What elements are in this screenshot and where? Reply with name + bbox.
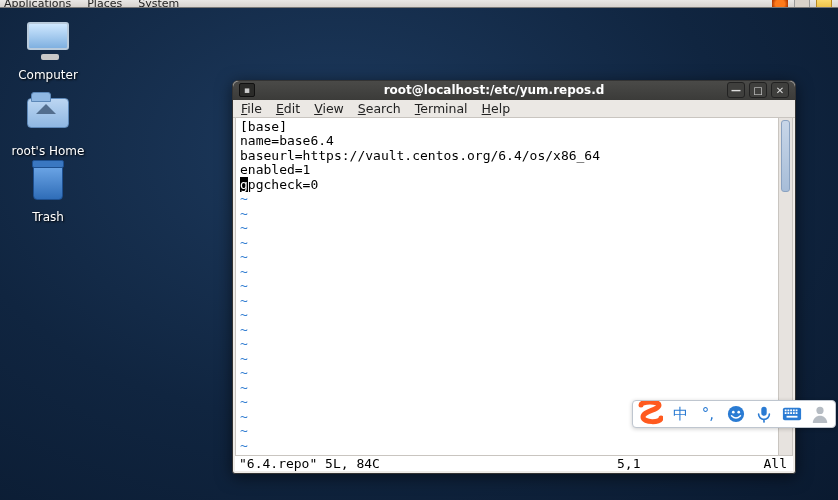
menu-file[interactable]: File: [241, 101, 262, 116]
svg-rect-8: [793, 409, 795, 411]
vim-tilde: ~: [240, 235, 248, 250]
svg-rect-15: [787, 416, 798, 418]
ime-emoji-button[interactable]: [725, 403, 747, 425]
desktop-icon-label: Computer: [8, 68, 88, 82]
svg-rect-9: [796, 409, 798, 411]
svg-rect-3: [761, 407, 766, 416]
ime-keyboard-button[interactable]: [781, 403, 803, 425]
menu-terminal[interactable]: Terminal: [415, 101, 468, 116]
home-folder-icon: [24, 98, 72, 140]
vim-statusbar: "6.4.repo" 5L, 84C 5,1 All: [235, 456, 793, 471]
vim-tilde: ~: [240, 322, 248, 337]
vim-tilde: ~: [240, 380, 248, 395]
vim-tilde: ~: [240, 206, 248, 221]
vim-tilde: ~: [240, 394, 248, 409]
ime-punctuation-button[interactable]: °,: [697, 403, 719, 425]
svg-rect-14: [796, 412, 798, 414]
ime-mic-button[interactable]: [753, 403, 775, 425]
svg-rect-5: [785, 409, 787, 411]
svg-rect-11: [787, 412, 789, 414]
vim-tilde: ~: [240, 409, 248, 424]
file-line-1: [base]: [240, 119, 287, 134]
vim-tilde: ~: [240, 336, 248, 351]
vim-tilde: ~: [240, 307, 248, 322]
file-line-3: baseurl=https://vault.centos.org/6.4/os/…: [240, 148, 600, 163]
svg-rect-12: [790, 412, 792, 414]
svg-rect-13: [793, 412, 795, 414]
desktop-icon-trash[interactable]: Trash: [8, 162, 88, 224]
svg-rect-10: [785, 412, 787, 414]
menu-view[interactable]: View: [314, 101, 344, 116]
vim-tilde: ~: [240, 264, 248, 279]
svg-point-16: [816, 407, 823, 414]
computer-icon: [24, 22, 72, 64]
menu-edit[interactable]: Edit: [276, 101, 300, 116]
tray-app-icon[interactable]: [794, 0, 810, 8]
file-line-4: enabled=1: [240, 162, 310, 177]
menu-search[interactable]: Search: [358, 101, 401, 116]
window-title: root@localhost:/etc/yum.repos.d: [261, 83, 727, 97]
ime-language-button[interactable]: 中: [669, 403, 691, 425]
panel-tray: [772, 0, 838, 8]
close-button[interactable]: ✕: [771, 82, 789, 98]
ime-toolbar[interactable]: 中 °,: [632, 400, 836, 428]
desktop-icon-label: Trash: [8, 210, 88, 224]
maximize-button[interactable]: □: [749, 82, 767, 98]
panel-menu-places[interactable]: Places: [87, 0, 122, 8]
status-file: "6.4.repo" 5L, 84C: [239, 456, 617, 471]
status-position: 5,1: [617, 456, 737, 471]
terminal-menubar: File Edit View Search Terminal Help: [233, 100, 795, 118]
top-panel: Applications Places System: [0, 0, 838, 8]
menu-help[interactable]: Help: [482, 101, 511, 116]
vim-tilde: ~: [240, 365, 248, 380]
vim-tilde: ~: [240, 293, 248, 308]
svg-rect-7: [790, 409, 792, 411]
scrollbar-thumb[interactable]: [781, 120, 790, 192]
desktop-icon-computer[interactable]: Computer: [8, 22, 88, 82]
vim-tilde: ~: [240, 351, 248, 366]
vim-tilde: ~: [240, 423, 248, 438]
terminal-icon: ▪: [239, 83, 255, 97]
vim-cursor: g: [240, 177, 248, 192]
window-titlebar[interactable]: ▪ root@localhost:/etc/yum.repos.d — □ ✕: [233, 81, 795, 100]
file-line-2: name=base6.4: [240, 133, 334, 148]
svg-point-0: [728, 406, 744, 422]
sogou-icon[interactable]: [637, 401, 663, 427]
firefox-icon[interactable]: [772, 0, 788, 8]
status-all: All: [737, 456, 787, 471]
trash-icon: [24, 164, 72, 206]
panel-menu-system[interactable]: System: [138, 0, 179, 8]
svg-rect-6: [787, 409, 789, 411]
desktop-icon-home[interactable]: root's Home: [8, 92, 88, 158]
vim-tilde: ~: [240, 278, 248, 293]
desktop-icon-label: root's Home: [8, 144, 88, 158]
minimize-button[interactable]: —: [727, 82, 745, 98]
tray-folder-icon[interactable]: [816, 0, 832, 8]
svg-point-2: [737, 411, 740, 414]
vim-tilde: ~: [240, 438, 248, 453]
vim-tilde: ~: [240, 249, 248, 264]
panel-menu-applications[interactable]: Applications: [4, 0, 71, 8]
svg-point-1: [732, 411, 735, 414]
vim-tilde: ~: [240, 191, 248, 206]
vim-tilde: ~: [240, 220, 248, 235]
ime-user-button[interactable]: [809, 403, 831, 425]
file-line-5-rest: pgcheck=0: [248, 177, 318, 192]
